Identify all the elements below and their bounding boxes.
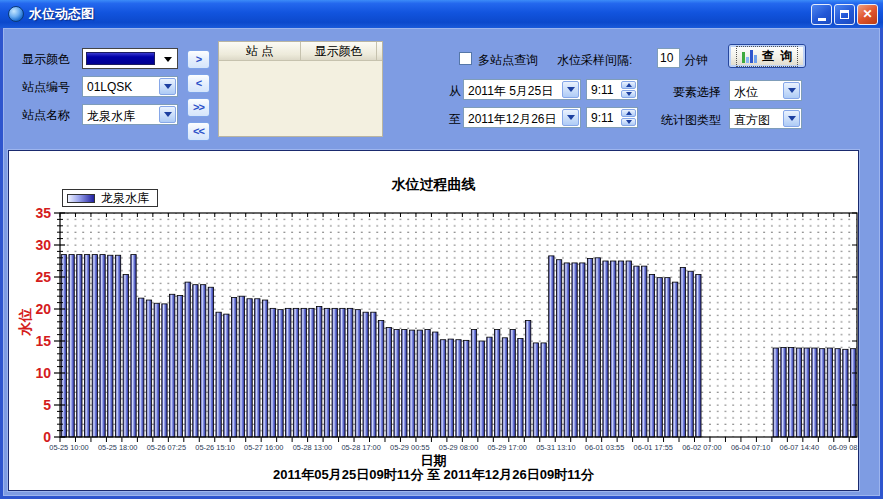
bar xyxy=(162,304,167,437)
bar xyxy=(224,314,229,437)
chevron-down-icon xyxy=(788,116,796,121)
dropdown-arrow-icon[interactable] xyxy=(783,110,800,127)
bar xyxy=(309,308,314,437)
titlebar[interactable]: 水位动态图 ✕ xyxy=(0,0,883,28)
svg-text:05-29 00:55: 05-29 00:55 xyxy=(390,443,429,452)
bar xyxy=(773,348,778,437)
arrow-down-icon xyxy=(626,92,632,96)
dropdown-arrow-icon[interactable] xyxy=(164,57,172,62)
move-left-button[interactable]: < xyxy=(187,74,210,93)
bar xyxy=(843,349,848,437)
station-code-select[interactable]: 01LQSK xyxy=(82,76,178,97)
interval-unit-label: 分钟 xyxy=(684,52,708,69)
bar xyxy=(115,255,120,437)
move-right-button[interactable]: > xyxy=(187,50,210,69)
from-time-spinner[interactable]: 9:11 xyxy=(586,79,638,100)
bar xyxy=(146,300,151,437)
bar xyxy=(108,255,113,437)
element-select[interactable]: 水位 xyxy=(729,80,802,101)
chart-type-select[interactable]: 直方图 xyxy=(729,108,802,129)
spinner-down-button[interactable] xyxy=(621,118,636,126)
bar xyxy=(804,348,809,437)
station-name-select[interactable]: 龙泉水库 xyxy=(82,104,178,125)
window-title: 水位动态图 xyxy=(29,5,811,23)
from-date-picker[interactable]: 2011年 5月25日 xyxy=(463,79,581,100)
spinner-buttons xyxy=(621,109,636,126)
query-button[interactable]: 查 询 xyxy=(728,44,806,68)
dropdown-arrow-icon[interactable] xyxy=(159,78,176,95)
station-name-value: 龙泉水库 xyxy=(87,108,135,125)
bar xyxy=(355,310,360,437)
bar xyxy=(657,278,662,437)
bar xyxy=(177,296,182,437)
bar xyxy=(634,266,639,437)
multi-station-checkbox[interactable] xyxy=(459,52,472,65)
close-button[interactable]: ✕ xyxy=(857,4,878,25)
spinner-buttons xyxy=(621,81,636,98)
bar xyxy=(286,308,291,437)
bar xyxy=(564,263,569,437)
bar xyxy=(479,341,484,437)
bar xyxy=(92,255,97,437)
dropdown-arrow-icon[interactable] xyxy=(783,82,800,99)
spinner-down-button[interactable] xyxy=(621,90,636,98)
column-header-color[interactable]: 显示颜色 xyxy=(301,42,377,60)
color-swatch xyxy=(86,52,155,65)
bar xyxy=(394,329,399,437)
svg-text:15: 15 xyxy=(35,333,51,349)
bar xyxy=(200,285,205,437)
date-range-caption: 2011年05月25日09时11分 至 2011年12月26日09时11分 xyxy=(9,466,858,484)
bar xyxy=(139,298,144,437)
svg-text:30: 30 xyxy=(35,237,51,253)
bar xyxy=(193,285,198,437)
svg-text:5: 5 xyxy=(43,397,51,413)
query-button-focus-rect: 查 询 xyxy=(736,46,799,67)
bar xyxy=(293,308,298,437)
interval-input[interactable] xyxy=(657,48,680,68)
bar xyxy=(688,271,693,437)
chevron-down-icon xyxy=(788,88,796,93)
svg-text:25: 25 xyxy=(35,269,51,285)
svg-text:05-31 13:10: 05-31 13:10 xyxy=(536,443,575,452)
bar xyxy=(208,287,213,437)
bar xyxy=(665,278,670,437)
globe-icon xyxy=(8,6,24,22)
bar xyxy=(789,347,794,437)
from-label: 从 xyxy=(449,83,461,100)
station-list[interactable]: 站 点 显示颜色 xyxy=(218,41,383,137)
chart-type-value: 直方图 xyxy=(734,112,770,129)
svg-text:20: 20 xyxy=(35,301,51,317)
svg-text:05-25 18:00: 05-25 18:00 xyxy=(98,443,137,452)
bar xyxy=(270,308,275,437)
bar xyxy=(409,330,414,437)
to-date-picker[interactable]: 2011年12月26日 xyxy=(463,107,581,128)
bar xyxy=(626,261,631,437)
bar xyxy=(231,297,236,437)
move-all-left-button[interactable]: << xyxy=(187,122,210,141)
query-button-label: 查 询 xyxy=(762,48,793,65)
spinner-up-button[interactable] xyxy=(621,109,636,117)
dropdown-arrow-icon[interactable] xyxy=(562,109,579,126)
svg-text:35: 35 xyxy=(35,205,51,221)
dropdown-arrow-icon[interactable] xyxy=(562,81,579,98)
spinner-up-button[interactable] xyxy=(621,81,636,89)
bar xyxy=(495,329,500,437)
bar xyxy=(533,343,538,437)
bar xyxy=(77,255,82,437)
chevron-down-icon xyxy=(567,87,575,92)
dropdown-arrow-icon[interactable] xyxy=(159,106,176,123)
move-all-right-button[interactable]: >> xyxy=(187,98,210,117)
bar xyxy=(371,312,376,437)
minimize-button[interactable] xyxy=(811,4,832,25)
column-header-station[interactable]: 站 点 xyxy=(219,42,301,60)
maximize-button[interactable] xyxy=(834,4,855,25)
svg-text:05-26 07:25: 05-26 07:25 xyxy=(147,443,186,452)
bar xyxy=(131,255,136,437)
bar xyxy=(417,330,422,437)
bar xyxy=(850,349,855,437)
bar xyxy=(541,343,546,437)
to-time-spinner[interactable]: 9:11 xyxy=(586,107,638,128)
svg-text:06-09 08:00: 06-09 08:00 xyxy=(828,443,858,452)
bar xyxy=(603,261,608,437)
display-color-select[interactable] xyxy=(82,48,178,69)
